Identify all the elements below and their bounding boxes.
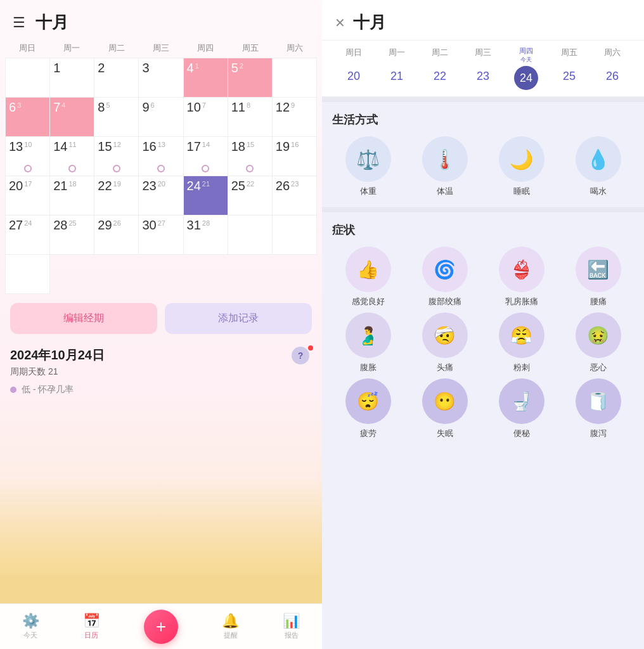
mini-day-cell[interactable]: 21 bbox=[375, 66, 418, 90]
symptom-label: 腹泻 bbox=[590, 428, 607, 439]
symptom-item[interactable]: 🤢恶心 bbox=[562, 312, 634, 373]
cal-cell[interactable]: 2421 bbox=[184, 176, 228, 215]
cal-cell[interactable] bbox=[6, 255, 50, 294]
cal-cell[interactable]: 2320 bbox=[139, 176, 183, 215]
cal-cell[interactable]: 2 bbox=[94, 58, 139, 98]
cal-cell[interactable]: 52 bbox=[228, 58, 273, 98]
cal-day-number: 5 bbox=[231, 61, 238, 75]
cal-cell[interactable]: 2118 bbox=[50, 176, 94, 215]
cal-cell[interactable]: 1714 bbox=[184, 137, 228, 176]
nav-calendar[interactable]: 📅 日历 bbox=[83, 613, 100, 640]
symptom-item[interactable]: 🚽便秘 bbox=[486, 378, 557, 439]
symptom-icon-circle: 🌀 bbox=[422, 247, 468, 292]
symptom-icon-circle: 😤 bbox=[499, 312, 544, 358]
cal-cell[interactable]: 1310 bbox=[6, 137, 50, 176]
right-header: ✕ 十月 bbox=[322, 0, 644, 41]
mini-day-cell[interactable]: 26 bbox=[591, 66, 634, 90]
cal-day-number: 17 bbox=[187, 139, 201, 154]
close-icon[interactable]: ✕ bbox=[335, 15, 345, 30]
symptom-item[interactable]: 😶失眠 bbox=[409, 378, 480, 439]
symptom-label: 失眠 bbox=[437, 428, 453, 439]
nav-report[interactable]: 📊 报告 bbox=[283, 613, 300, 640]
cal-cell[interactable]: 2219 bbox=[94, 176, 139, 215]
symptom-item[interactable]: 🌀腹部绞痛 bbox=[409, 247, 480, 307]
symptom-item[interactable]: 🤕头痛 bbox=[409, 312, 480, 373]
mini-day-cell[interactable]: 22 bbox=[418, 66, 461, 90]
cal-cell[interactable]: 2825 bbox=[50, 215, 94, 255]
lifestyle-icon-circle: ⚖️ bbox=[345, 136, 391, 182]
cal-day-number: 28 bbox=[53, 218, 67, 233]
mini-day-cell[interactable]: 25 bbox=[548, 66, 591, 90]
symptom-item[interactable]: 😤粉刺 bbox=[486, 312, 557, 373]
symptom-item[interactable]: 🧻腹泻 bbox=[562, 378, 634, 439]
lifestyle-item[interactable]: 🌡️体温 bbox=[409, 136, 480, 197]
symptom-item[interactable]: 😴疲劳 bbox=[332, 378, 404, 439]
mini-weekday-label: 周六 bbox=[591, 47, 634, 63]
cal-lunar-number: 16 bbox=[291, 141, 299, 148]
lifestyle-item[interactable]: 💧喝水 bbox=[562, 136, 634, 197]
symptom-item[interactable]: 👍感觉良好 bbox=[332, 247, 404, 307]
cal-lunar-number: 22 bbox=[247, 180, 254, 188]
cal-cell[interactable]: 1613 bbox=[139, 137, 183, 176]
symptom-item[interactable]: 👙乳房胀痛 bbox=[486, 247, 557, 307]
cal-cell[interactable] bbox=[273, 58, 317, 98]
cal-cell[interactable]: 1512 bbox=[94, 137, 139, 176]
cal-cell[interactable]: 3128 bbox=[184, 215, 228, 255]
cal-cell[interactable]: 1815 bbox=[228, 137, 273, 176]
cal-lunar-number: 10 bbox=[24, 141, 32, 148]
cal-lunar-number: 27 bbox=[158, 219, 165, 227]
cal-day-number: 20 bbox=[9, 179, 23, 193]
lifestyle-icon-circle: 💧 bbox=[576, 136, 621, 182]
edit-period-button[interactable]: 编辑经期 bbox=[10, 303, 157, 334]
cal-cell[interactable] bbox=[6, 58, 50, 98]
nav-add-button[interactable]: + bbox=[144, 610, 178, 644]
cal-lunar-number: 6 bbox=[151, 101, 155, 109]
mini-day-cell[interactable]: 20 bbox=[332, 66, 375, 90]
cal-cell[interactable]: 63 bbox=[6, 98, 50, 137]
cal-cell[interactable]: 2724 bbox=[6, 215, 50, 255]
add-record-button[interactable]: 添加记录 bbox=[165, 303, 312, 334]
symptoms-grid: 👍感觉良好🌀腹部绞痛👙乳房胀痛🔙腰痛🫃腹胀🤕头痛😤粉刺🤢恶心😴疲劳😶失眠🚽便秘🧻… bbox=[332, 247, 634, 439]
left-header: ☰ 十月 bbox=[0, 0, 322, 40]
symptom-label: 疲劳 bbox=[360, 428, 377, 439]
cal-cell[interactable]: 74 bbox=[50, 98, 94, 137]
cal-cell[interactable]: 2623 bbox=[273, 176, 317, 215]
cal-cell[interactable]: 1411 bbox=[50, 137, 94, 176]
weekday-label: 周四 bbox=[183, 40, 228, 56]
nav-today[interactable]: ⚙️ 今天 bbox=[22, 613, 39, 640]
cal-cell[interactable]: 3 bbox=[139, 58, 183, 98]
cal-lunar-number: 4 bbox=[61, 101, 65, 109]
lifestyle-icon-circle: 🌡️ bbox=[422, 136, 468, 182]
cal-cell[interactable] bbox=[228, 215, 273, 255]
symptom-item[interactable]: 🔙腰痛 bbox=[562, 247, 634, 307]
ovulation-indicator bbox=[246, 165, 254, 172]
cal-cell[interactable]: 2926 bbox=[94, 215, 139, 255]
cal-cell[interactable]: 96 bbox=[139, 98, 183, 137]
cal-cell[interactable]: 2522 bbox=[228, 176, 273, 215]
mini-day-cell[interactable]: 24 bbox=[514, 66, 538, 90]
cal-cell[interactable]: 1 bbox=[50, 58, 94, 98]
cal-cell[interactable]: 118 bbox=[228, 98, 273, 137]
cal-cell[interactable]: 85 bbox=[94, 98, 139, 137]
symptom-item[interactable]: 🫃腹胀 bbox=[332, 312, 404, 373]
help-badge[interactable]: ? bbox=[292, 347, 309, 364]
weekday-label: 周三 bbox=[139, 40, 183, 56]
cal-cell[interactable]: 129 bbox=[273, 98, 317, 137]
cal-cell[interactable]: 2017 bbox=[6, 176, 50, 215]
lifestyle-item[interactable]: ⚖️体重 bbox=[332, 136, 404, 197]
mini-weekday-label: 周五 bbox=[548, 47, 591, 63]
mini-day-cell[interactable]: 23 bbox=[461, 66, 505, 90]
cal-cell[interactable]: 107 bbox=[184, 98, 228, 137]
weekday-label: 周六 bbox=[273, 40, 317, 56]
cal-cell[interactable]: 41 bbox=[184, 58, 228, 98]
menu-icon[interactable]: ☰ bbox=[13, 15, 25, 31]
cal-cell[interactable]: 3027 bbox=[139, 215, 183, 255]
cal-cell[interactable]: 1916 bbox=[273, 137, 317, 176]
lifestyle-item[interactable]: 🌙睡眠 bbox=[486, 136, 557, 197]
nav-reminder[interactable]: 🔔 提醒 bbox=[222, 613, 239, 640]
cal-day-number: 13 bbox=[9, 139, 23, 154]
lifestyle-title: 生活方式 bbox=[332, 112, 634, 127]
nav-today-label: 今天 bbox=[23, 631, 37, 640]
info-fertility: 低 - 怀孕几率 bbox=[10, 384, 312, 395]
cal-cell[interactable] bbox=[273, 215, 317, 255]
